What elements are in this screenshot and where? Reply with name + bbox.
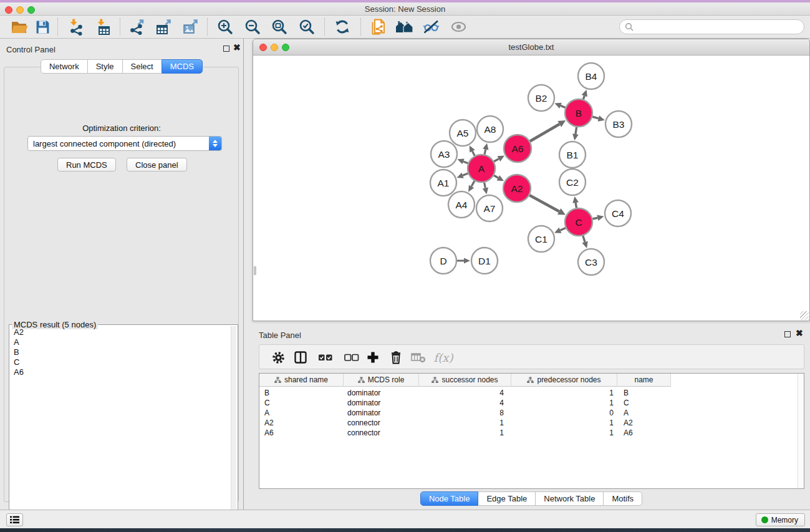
table-cell[interactable]: 8 bbox=[419, 408, 511, 418]
table-cell[interactable]: 1 bbox=[419, 418, 511, 428]
node-table[interactable]: shared nameMCDS rolesuccessor nodesprede… bbox=[259, 373, 804, 489]
tab-edge-table[interactable]: Edge Table bbox=[478, 491, 536, 506]
table-cell[interactable]: 4 bbox=[419, 388, 511, 398]
mcds-result-item[interactable]: B bbox=[12, 347, 230, 357]
graph-edge-C-C3[interactable] bbox=[583, 236, 585, 242]
gear-button[interactable] bbox=[268, 347, 289, 367]
table-cell[interactable]: C bbox=[617, 398, 671, 408]
column-header-name[interactable]: name bbox=[617, 374, 671, 387]
graph-edge-A-A6[interactable] bbox=[494, 159, 499, 162]
graph-edge-B-B3[interactable] bbox=[592, 117, 599, 118]
column-header-shared-name[interactable]: shared name bbox=[259, 374, 344, 387]
close-panel-button[interactable]: Close panel bbox=[127, 158, 187, 172]
hide-graphics-details-button[interactable] bbox=[419, 17, 443, 37]
table-cell[interactable]: A bbox=[259, 408, 344, 418]
show-panels-list-button[interactable] bbox=[6, 513, 23, 526]
search-box[interactable] bbox=[619, 19, 804, 34]
select-all-button[interactable] bbox=[315, 347, 336, 367]
graph-edge-A-A2[interactable] bbox=[494, 175, 498, 178]
graph-edge-A-A7[interactable] bbox=[485, 183, 486, 188]
graph-edge-C-C1[interactable] bbox=[560, 228, 566, 230]
mcds-result-item[interactable]: A2 bbox=[12, 327, 230, 337]
refresh-button[interactable] bbox=[330, 17, 354, 37]
table-cell[interactable]: A2 bbox=[259, 418, 344, 428]
table-scrollbar[interactable] bbox=[798, 374, 804, 488]
search-input[interactable] bbox=[637, 22, 804, 32]
table-cell[interactable]: 1 bbox=[511, 388, 617, 398]
table-cell[interactable]: 1 bbox=[511, 418, 617, 428]
mcds-result-item[interactable]: A bbox=[12, 337, 230, 347]
graph-edge-A-A8[interactable] bbox=[485, 149, 486, 154]
table-cell[interactable]: connector bbox=[344, 428, 419, 438]
import-table-button[interactable] bbox=[91, 17, 115, 37]
canvas-scroll-nub[interactable] bbox=[254, 266, 256, 275]
mcds-result-item[interactable]: A6 bbox=[12, 367, 230, 377]
graph-edge-C-C2[interactable] bbox=[576, 203, 576, 208]
show-eye-button[interactable] bbox=[446, 17, 470, 37]
import-network-button[interactable] bbox=[64, 17, 87, 37]
table-cell[interactable]: A2 bbox=[617, 418, 671, 428]
deselect-all-button[interactable] bbox=[341, 347, 362, 367]
table-cell[interactable]: B bbox=[259, 388, 344, 398]
network-window-titlebar[interactable]: testGlobe.txt bbox=[253, 39, 809, 56]
table-cell[interactable]: A6 bbox=[259, 428, 344, 438]
column-header-predecessor-nodes[interactable]: predecessor nodes bbox=[511, 374, 617, 387]
export-image-button[interactable] bbox=[178, 17, 202, 37]
graph-edge-A2-C[interactable] bbox=[529, 195, 559, 211]
delete-table-button[interactable] bbox=[408, 347, 429, 367]
table-row-A[interactable]: Adominator80A bbox=[259, 408, 671, 418]
network-canvas[interactable]: B4B2BB3A8A5A6A3B1AA1C2A2A4A7C4CC1DD1C3 bbox=[254, 56, 809, 320]
criterion-dropdown[interactable]: largest connected component (directed) bbox=[27, 136, 222, 151]
zoom-in-button[interactable] bbox=[213, 17, 237, 37]
table-cell[interactable]: dominator bbox=[344, 408, 419, 418]
zoom-out-button[interactable] bbox=[241, 17, 264, 37]
tab-network-table[interactable]: Network Table bbox=[535, 491, 604, 506]
graph-edge-A-A4[interactable] bbox=[471, 181, 475, 186]
zoom-selected-button[interactable] bbox=[295, 17, 319, 37]
graph-edge-B-B2[interactable] bbox=[561, 105, 566, 107]
table-cell[interactable]: 1 bbox=[511, 398, 617, 408]
function-builder-button[interactable]: f(x) bbox=[433, 347, 454, 367]
open-file-button[interactable] bbox=[7, 17, 31, 37]
delete-button[interactable] bbox=[385, 347, 407, 367]
result-list-scrollbar[interactable] bbox=[231, 326, 236, 532]
graph-edge-C-C4[interactable] bbox=[592, 218, 597, 219]
graph-edge-B-B1[interactable] bbox=[576, 127, 577, 134]
graph-edge-A-A5[interactable] bbox=[472, 151, 475, 155]
table-cell[interactable]: A6 bbox=[617, 428, 671, 438]
tab-mcds[interactable]: MCDS bbox=[162, 59, 203, 74]
window-resize-grip[interactable] bbox=[800, 311, 809, 320]
graph-edge-A6-B[interactable] bbox=[530, 124, 559, 142]
column-view-button[interactable] bbox=[290, 347, 311, 367]
new-network-from-selection-button[interactable] bbox=[366, 17, 390, 37]
network-graph[interactable]: B4B2BB3A8A5A6A3B1AA1C2A2A4A7C4CC1DD1C3 bbox=[254, 56, 810, 321]
tab-style[interactable]: Style bbox=[87, 59, 123, 74]
graph-edge-B-B4[interactable] bbox=[583, 96, 584, 100]
table-cell[interactable]: dominator bbox=[344, 398, 419, 408]
tab-node-table[interactable]: Node Table bbox=[420, 491, 479, 506]
table-cell[interactable]: C bbox=[259, 398, 344, 408]
table-cell[interactable]: B bbox=[617, 388, 671, 398]
run-mcds-button[interactable]: Run MCDS bbox=[57, 158, 116, 172]
add-button[interactable] bbox=[362, 347, 383, 367]
table-row-A2[interactable]: A2connector11A2 bbox=[259, 418, 671, 428]
export-table-button[interactable] bbox=[152, 17, 175, 37]
home-button[interactable] bbox=[392, 17, 416, 37]
mcds-result-item[interactable]: C bbox=[12, 357, 230, 367]
table-cell[interactable]: 1 bbox=[419, 428, 511, 438]
table-cell[interactable]: 4 bbox=[419, 398, 511, 408]
export-network-button[interactable] bbox=[125, 17, 148, 37]
table-cell[interactable]: dominator bbox=[344, 388, 419, 398]
zoom-fit-button[interactable] bbox=[268, 17, 291, 37]
column-header-MCDS-role[interactable]: MCDS role bbox=[344, 374, 419, 387]
tab-motifs[interactable]: Motifs bbox=[603, 491, 642, 506]
table-cell[interactable]: connector bbox=[344, 418, 419, 428]
float-table-panel-button[interactable] bbox=[784, 331, 791, 337]
table-row-C[interactable]: Cdominator41C bbox=[259, 398, 671, 408]
float-panel-button[interactable] bbox=[223, 46, 229, 52]
graph-edge-A-A1[interactable] bbox=[463, 173, 468, 175]
graph-edge-A-A3[interactable] bbox=[463, 162, 468, 163]
table-row-A6[interactable]: A6connector11A6 bbox=[259, 428, 671, 438]
table-cell[interactable]: A bbox=[617, 408, 671, 418]
column-header-successor-nodes[interactable]: successor nodes bbox=[419, 374, 511, 387]
